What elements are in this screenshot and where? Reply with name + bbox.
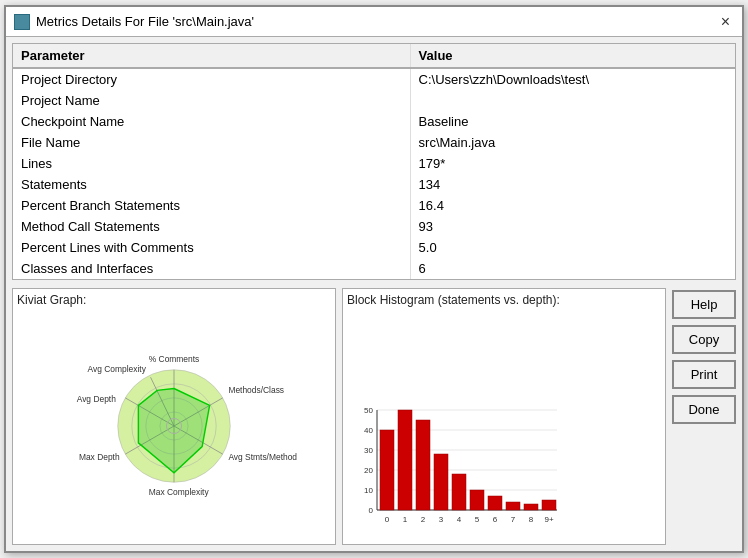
value-cell: 5.0 <box>410 237 735 258</box>
window-title: Metrics Details For File 'src\Main.java' <box>36 14 254 29</box>
svg-rect-43 <box>542 500 556 510</box>
param-cell: Classes and Interfaces <box>13 258 410 279</box>
svg-text:6: 6 <box>493 515 498 524</box>
value-cell: 134 <box>410 174 735 195</box>
table-row: Percent Lines with Comments5.0 <box>13 237 735 258</box>
col-header-value: Value <box>410 44 735 68</box>
svg-rect-42 <box>524 504 538 510</box>
table-row: Project Name <box>13 90 735 111</box>
graphs-area: Kiviat Graph: <box>12 288 666 545</box>
table-row: Project DirectoryC:\Users\zzh\Downloads\… <box>13 68 735 90</box>
svg-text:8: 8 <box>529 515 534 524</box>
svg-text:20: 20 <box>364 466 373 475</box>
svg-rect-35 <box>398 410 412 510</box>
table-row: Lines179* <box>13 153 735 174</box>
histogram-panel: Block Histogram (statements vs. depth): <box>342 288 666 545</box>
svg-text:7: 7 <box>511 515 516 524</box>
svg-text:0: 0 <box>385 515 390 524</box>
table-row: Percent Branch Statements16.4 <box>13 195 735 216</box>
value-cell: 93 <box>410 216 735 237</box>
value-cell: 16.4 <box>410 195 735 216</box>
param-cell: Percent Lines with Comments <box>13 237 410 258</box>
svg-text:5: 5 <box>475 515 480 524</box>
done-button[interactable]: Done <box>672 395 736 424</box>
svg-text:4: 4 <box>457 515 462 524</box>
svg-rect-41 <box>506 502 520 510</box>
table-row: Method Call Statements93 <box>13 216 735 237</box>
svg-text:% Comments: % Comments <box>149 354 200 364</box>
param-cell: Checkpoint Name <box>13 111 410 132</box>
buttons-column: Help Copy Print Done <box>672 288 736 545</box>
metrics-table-container: Parameter Value Project DirectoryC:\User… <box>12 43 736 280</box>
svg-text:Max Depth: Max Depth <box>79 451 120 461</box>
col-header-parameter: Parameter <box>13 44 410 68</box>
table-row: File Namesrc\Main.java <box>13 132 735 153</box>
svg-text:Avg Stmts/Method: Avg Stmts/Method <box>228 451 297 461</box>
svg-text:9+: 9+ <box>544 515 553 524</box>
svg-text:Max Complexity: Max Complexity <box>149 487 210 497</box>
main-window: Metrics Details For File 'src\Main.java'… <box>4 5 744 553</box>
value-cell: 6 <box>410 258 735 279</box>
param-cell: Lines <box>13 153 410 174</box>
copy-button[interactable]: Copy <box>672 325 736 354</box>
svg-rect-37 <box>434 454 448 510</box>
window-icon <box>14 14 30 30</box>
svg-text:Avg Complexity: Avg Complexity <box>88 363 147 373</box>
svg-text:50: 50 <box>364 406 373 415</box>
svg-text:10: 10 <box>364 486 373 495</box>
histogram-title: Block Histogram (statements vs. depth): <box>347 293 661 307</box>
svg-text:1: 1 <box>403 515 408 524</box>
param-cell: Statements <box>13 174 410 195</box>
value-cell: src\Main.java <box>410 132 735 153</box>
title-bar-left: Metrics Details For File 'src\Main.java' <box>14 14 254 30</box>
kiviat-title: Kiviat Graph: <box>17 293 331 307</box>
param-cell: Method Call Statements <box>13 216 410 237</box>
svg-rect-38 <box>452 474 466 510</box>
svg-text:40: 40 <box>364 426 373 435</box>
table-row: Statements134 <box>13 174 735 195</box>
svg-text:3: 3 <box>439 515 444 524</box>
kiviat-graph: % Comments Methods/Class Avg Stmts/Metho… <box>74 351 274 501</box>
metrics-table: Parameter Value Project DirectoryC:\User… <box>13 44 735 279</box>
value-cell <box>410 90 735 111</box>
svg-text:Methods/Class: Methods/Class <box>228 385 284 395</box>
value-cell: C:\Users\zzh\Downloads\test\ <box>410 68 735 90</box>
bottom-section: Kiviat Graph: <box>6 284 742 551</box>
svg-rect-34 <box>380 430 394 510</box>
histogram-container: 50 40 30 20 10 0 <box>347 311 661 540</box>
param-cell: Project Directory <box>13 68 410 90</box>
svg-text:30: 30 <box>364 446 373 455</box>
param-cell: File Name <box>13 132 410 153</box>
svg-rect-36 <box>416 420 430 510</box>
title-bar: Metrics Details For File 'src\Main.java'… <box>6 7 742 37</box>
param-cell: Project Name <box>13 90 410 111</box>
kiviat-container: % Comments Methods/Class Avg Stmts/Metho… <box>17 311 331 540</box>
svg-rect-40 <box>488 496 502 510</box>
help-button[interactable]: Help <box>672 290 736 319</box>
graphs-row: Kiviat Graph: <box>12 288 666 545</box>
svg-text:Avg Depth: Avg Depth <box>77 393 116 403</box>
close-button[interactable]: × <box>717 14 734 30</box>
svg-text:2: 2 <box>421 515 426 524</box>
kiviat-panel: Kiviat Graph: <box>12 288 336 545</box>
histogram-graph: 50 40 30 20 10 0 <box>347 400 567 540</box>
value-cell: Baseline <box>410 111 735 132</box>
table-row: Checkpoint NameBaseline <box>13 111 735 132</box>
value-cell: 179* <box>410 153 735 174</box>
table-row: Classes and Interfaces6 <box>13 258 735 279</box>
param-cell: Percent Branch Statements <box>13 195 410 216</box>
svg-rect-39 <box>470 490 484 510</box>
svg-text:0: 0 <box>369 506 374 515</box>
print-button[interactable]: Print <box>672 360 736 389</box>
